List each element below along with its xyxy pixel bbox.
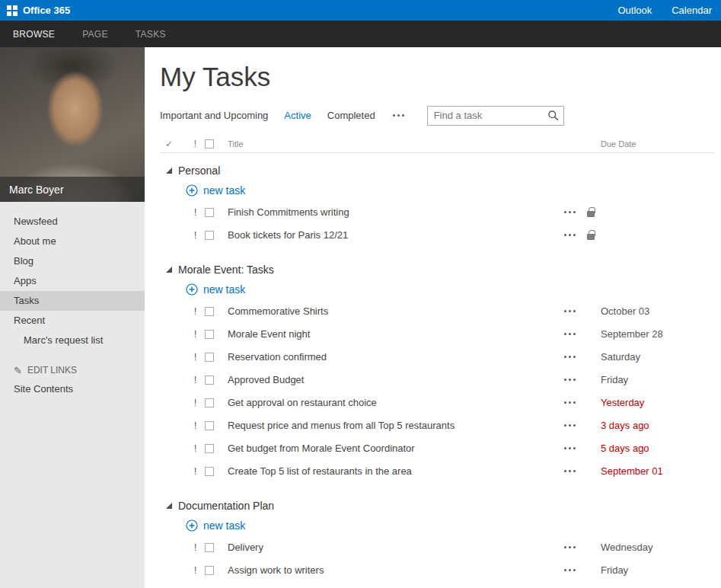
select-all-checkbox[interactable]: [205, 139, 214, 149]
title-column-header[interactable]: Title: [223, 139, 558, 149]
task-row: ! Prioritize list of feature based on bu…: [160, 581, 715, 588]
task-menu-button[interactable]: [563, 375, 577, 385]
task-checkbox[interactable]: [205, 444, 214, 453]
task-row: ! Morale Event night September 28: [160, 322, 715, 345]
task-due-date: September 01: [601, 465, 715, 477]
group-header[interactable]: Morale Event: Tasks: [160, 263, 715, 276]
task-checkbox[interactable]: [205, 421, 214, 430]
task-checkbox[interactable]: [205, 375, 214, 385]
task-row: ! Reservation confirmed Saturday: [160, 345, 715, 368]
task-checkbox[interactable]: [205, 307, 214, 316]
task-menu-button[interactable]: [563, 398, 577, 407]
collapse-triangle-icon: [166, 168, 172, 174]
plus-circle-icon: [186, 184, 198, 197]
importance-column-icon[interactable]: !: [186, 139, 205, 149]
task-menu-button[interactable]: [563, 420, 577, 430]
plus-circle-icon: [186, 283, 198, 296]
importance-icon: !: [186, 206, 205, 218]
search-box: [427, 106, 564, 126]
sidebar-item-newsfeed[interactable]: Newsfeed: [0, 212, 145, 232]
lock-icon: [587, 211, 595, 217]
group-name: Morale Event: Tasks: [178, 264, 274, 276]
task-menu-button[interactable]: [563, 230, 577, 240]
task-checkbox[interactable]: [205, 330, 214, 339]
task-checkbox[interactable]: [205, 353, 214, 362]
sidebar-item-about-me[interactable]: About me: [0, 232, 145, 251]
importance-icon: !: [186, 305, 205, 317]
new-task-button[interactable]: new task: [160, 181, 715, 200]
sidebar-item-tasks[interactable]: Tasks: [0, 291, 145, 311]
select-all-check-icon[interactable]: ✓: [160, 139, 186, 149]
sidebar: Marc Boyer Newsfeed About me Blog Apps T…: [0, 47, 145, 588]
task-menu-button[interactable]: [563, 542, 577, 552]
ribbon-tab-tasks[interactable]: TASKS: [136, 29, 166, 40]
task-due-date: September 28: [601, 328, 715, 340]
task-title[interactable]: Approved Budget: [223, 374, 558, 385]
importance-icon: !: [186, 328, 205, 340]
group-header[interactable]: Personal: [160, 164, 715, 177]
new-task-button[interactable]: new task: [160, 516, 715, 535]
task-menu-button[interactable]: [563, 329, 577, 339]
task-menu-button[interactable]: [563, 443, 577, 453]
task-row: ! Finish Commitments writing: [160, 200, 715, 223]
task-due-date: 3 days ago: [601, 420, 715, 431]
task-title[interactable]: Finish Commitments writing: [223, 206, 558, 218]
lock-icon: [587, 234, 595, 240]
view-active[interactable]: Active: [284, 110, 311, 121]
new-task-button[interactable]: new task: [160, 280, 715, 299]
task-menu-button[interactable]: [563, 207, 577, 217]
task-checkbox[interactable]: [205, 566, 214, 575]
calendar-link[interactable]: Calendar: [672, 5, 712, 16]
task-checkbox[interactable]: [205, 467, 214, 476]
task-menu-button[interactable]: [563, 306, 577, 316]
importance-icon: !: [186, 420, 205, 431]
task-title[interactable]: Get budget from Morale Event Coordinator: [223, 443, 558, 454]
task-checkbox[interactable]: [205, 208, 214, 217]
view-important-upcoming[interactable]: Important and Upcoming: [160, 110, 268, 121]
sidebar-item-recent: Recent: [0, 311, 145, 331]
task-menu-button[interactable]: [563, 565, 577, 575]
more-views-button[interactable]: [391, 110, 406, 120]
view-completed[interactable]: Completed: [327, 110, 375, 121]
page-title: My Tasks: [160, 61, 715, 93]
sidebar-item-blog[interactable]: Blog: [0, 251, 145, 271]
search-icon[interactable]: [547, 110, 560, 122]
user-name-band: Marc Boyer: [0, 177, 145, 202]
sidebar-item-apps[interactable]: Apps: [0, 271, 145, 291]
group-name: Documentation Plan: [178, 500, 274, 512]
task-checkbox[interactable]: [205, 231, 214, 240]
task-title[interactable]: Assign work to writers: [223, 564, 558, 576]
ribbon-tab-browse[interactable]: BROWSE: [13, 29, 55, 40]
task-checkbox[interactable]: [205, 543, 214, 552]
task-title[interactable]: Create Top 5 list of restaurants in the …: [223, 465, 558, 477]
sidebar-item-marcs-request-list[interactable]: Marc's request list: [0, 331, 145, 350]
task-title[interactable]: Get approval on restaurant choice: [223, 397, 558, 408]
new-task-label: new task: [203, 519, 245, 532]
search-input[interactable]: [427, 106, 564, 126]
ribbon-tab-page[interactable]: PAGE: [82, 29, 108, 40]
task-title[interactable]: Reservation confirmed: [223, 351, 558, 363]
importance-icon: !: [186, 397, 205, 408]
task-menu-button[interactable]: [563, 352, 577, 362]
task-title[interactable]: Commemorative Shirts: [223, 305, 558, 317]
task-checkbox[interactable]: [205, 398, 214, 407]
pencil-icon: ✎: [14, 365, 22, 376]
task-title[interactable]: Delivery: [223, 542, 558, 553]
edit-links-button[interactable]: ✎ EDIT LINKS: [0, 361, 145, 379]
suite-links: Outlook Calendar: [617, 5, 712, 16]
due-date-column-header[interactable]: Due Date: [601, 139, 715, 149]
task-menu-button[interactable]: [563, 466, 577, 476]
task-row: ! Approved Budget Friday: [160, 368, 715, 391]
task-group-morale-event: Morale Event: Tasks new task ! Commemora…: [160, 263, 715, 482]
task-title[interactable]: Request price and menus from all Top 5 r…: [223, 420, 558, 431]
office365-logo-icon[interactable]: [7, 5, 18, 16]
sidebar-item-site-contents[interactable]: Site Contents: [0, 379, 145, 399]
importance-icon: !: [186, 351, 205, 363]
task-title[interactable]: Book tickets for Paris 12/21: [223, 229, 558, 241]
task-due-date: Yesterday: [601, 397, 715, 408]
importance-icon: !: [186, 564, 205, 576]
outlook-link[interactable]: Outlook: [617, 5, 652, 16]
task-due-date: October 03: [601, 305, 715, 317]
task-title[interactable]: Morale Event night: [223, 328, 558, 340]
group-header[interactable]: Documentation Plan: [160, 499, 715, 513]
